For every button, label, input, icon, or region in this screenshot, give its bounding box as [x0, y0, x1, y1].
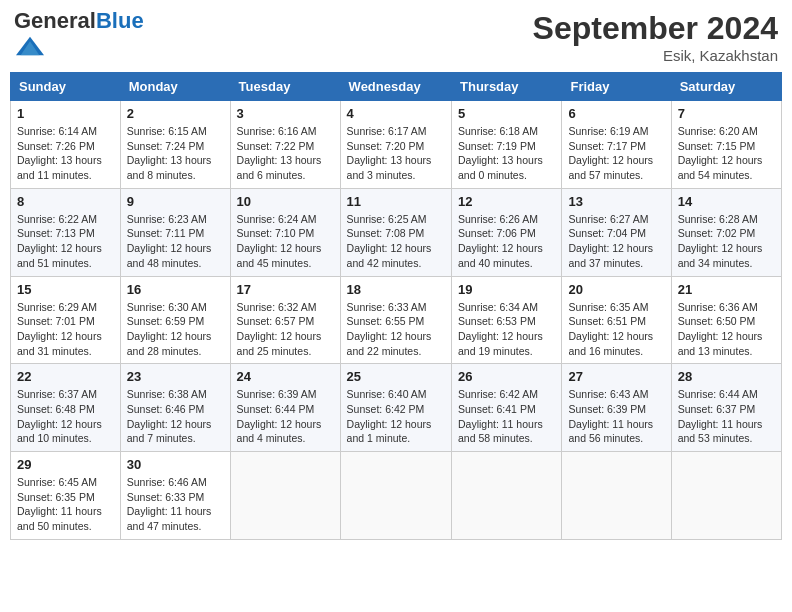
day-number: 2	[127, 106, 224, 121]
sunrise-label: Sunrise: 6:17 AM	[347, 125, 427, 137]
daylight-label: Daylight: 12 hours and 13 minutes.	[678, 330, 763, 357]
day-info: Sunrise: 6:35 AM Sunset: 6:51 PM Dayligh…	[568, 300, 664, 359]
day-header-tuesday: Tuesday	[230, 73, 340, 101]
calendar-cell: 2 Sunrise: 6:15 AM Sunset: 7:24 PM Dayli…	[120, 101, 230, 189]
daylight-label: Daylight: 12 hours and 42 minutes.	[347, 242, 432, 269]
day-info: Sunrise: 6:23 AM Sunset: 7:11 PM Dayligh…	[127, 212, 224, 271]
day-info: Sunrise: 6:25 AM Sunset: 7:08 PM Dayligh…	[347, 212, 445, 271]
day-info: Sunrise: 6:33 AM Sunset: 6:55 PM Dayligh…	[347, 300, 445, 359]
day-number: 1	[17, 106, 114, 121]
calendar-cell: 11 Sunrise: 6:25 AM Sunset: 7:08 PM Dayl…	[340, 188, 451, 276]
daylight-label: Daylight: 12 hours and 16 minutes.	[568, 330, 653, 357]
day-info: Sunrise: 6:43 AM Sunset: 6:39 PM Dayligh…	[568, 387, 664, 446]
daylight-label: Daylight: 12 hours and 57 minutes.	[568, 154, 653, 181]
calendar-cell: 3 Sunrise: 6:16 AM Sunset: 7:22 PM Dayli…	[230, 101, 340, 189]
daylight-label: Daylight: 12 hours and 28 minutes.	[127, 330, 212, 357]
day-header-friday: Friday	[562, 73, 671, 101]
calendar-cell: 18 Sunrise: 6:33 AM Sunset: 6:55 PM Dayl…	[340, 276, 451, 364]
day-info: Sunrise: 6:39 AM Sunset: 6:44 PM Dayligh…	[237, 387, 334, 446]
day-info: Sunrise: 6:19 AM Sunset: 7:17 PM Dayligh…	[568, 124, 664, 183]
page-header: GeneralBlue September 2024 Esik, Kazakhs…	[10, 10, 782, 64]
calendar-cell: 12 Sunrise: 6:26 AM Sunset: 7:06 PM Dayl…	[452, 188, 562, 276]
sunrise-label: Sunrise: 6:35 AM	[568, 301, 648, 313]
sunrise-label: Sunrise: 6:25 AM	[347, 213, 427, 225]
sunrise-label: Sunrise: 6:14 AM	[17, 125, 97, 137]
day-header-thursday: Thursday	[452, 73, 562, 101]
calendar-cell: 14 Sunrise: 6:28 AM Sunset: 7:02 PM Dayl…	[671, 188, 781, 276]
day-info: Sunrise: 6:37 AM Sunset: 6:48 PM Dayligh…	[17, 387, 114, 446]
calendar-week-5: 29 Sunrise: 6:45 AM Sunset: 6:35 PM Dayl…	[11, 452, 782, 540]
sunrise-label: Sunrise: 6:26 AM	[458, 213, 538, 225]
sunset-label: Sunset: 6:50 PM	[678, 315, 756, 327]
day-info: Sunrise: 6:16 AM Sunset: 7:22 PM Dayligh…	[237, 124, 334, 183]
sunrise-label: Sunrise: 6:27 AM	[568, 213, 648, 225]
daylight-label: Daylight: 12 hours and 10 minutes.	[17, 418, 102, 445]
sunset-label: Sunset: 6:59 PM	[127, 315, 205, 327]
sunrise-label: Sunrise: 6:34 AM	[458, 301, 538, 313]
daylight-label: Daylight: 11 hours and 56 minutes.	[568, 418, 653, 445]
sunrise-label: Sunrise: 6:22 AM	[17, 213, 97, 225]
daylight-label: Daylight: 11 hours and 50 minutes.	[17, 505, 102, 532]
sunrise-label: Sunrise: 6:20 AM	[678, 125, 758, 137]
day-info: Sunrise: 6:34 AM Sunset: 6:53 PM Dayligh…	[458, 300, 555, 359]
day-info: Sunrise: 6:29 AM Sunset: 7:01 PM Dayligh…	[17, 300, 114, 359]
sunset-label: Sunset: 6:41 PM	[458, 403, 536, 415]
daylight-label: Daylight: 12 hours and 40 minutes.	[458, 242, 543, 269]
sunrise-label: Sunrise: 6:16 AM	[237, 125, 317, 137]
logo-icon	[16, 32, 44, 60]
calendar-cell: 21 Sunrise: 6:36 AM Sunset: 6:50 PM Dayl…	[671, 276, 781, 364]
sunrise-label: Sunrise: 6:30 AM	[127, 301, 207, 313]
day-info: Sunrise: 6:30 AM Sunset: 6:59 PM Dayligh…	[127, 300, 224, 359]
calendar-week-1: 1 Sunrise: 6:14 AM Sunset: 7:26 PM Dayli…	[11, 101, 782, 189]
day-info: Sunrise: 6:45 AM Sunset: 6:35 PM Dayligh…	[17, 475, 114, 534]
daylight-label: Daylight: 13 hours and 11 minutes.	[17, 154, 102, 181]
day-info: Sunrise: 6:24 AM Sunset: 7:10 PM Dayligh…	[237, 212, 334, 271]
calendar-cell: 5 Sunrise: 6:18 AM Sunset: 7:19 PM Dayli…	[452, 101, 562, 189]
sunrise-label: Sunrise: 6:44 AM	[678, 388, 758, 400]
day-number: 17	[237, 282, 334, 297]
day-number: 12	[458, 194, 555, 209]
sunset-label: Sunset: 7:06 PM	[458, 227, 536, 239]
day-info: Sunrise: 6:36 AM Sunset: 6:50 PM Dayligh…	[678, 300, 775, 359]
sunset-label: Sunset: 7:19 PM	[458, 140, 536, 152]
daylight-label: Daylight: 12 hours and 51 minutes.	[17, 242, 102, 269]
day-info: Sunrise: 6:18 AM Sunset: 7:19 PM Dayligh…	[458, 124, 555, 183]
sunset-label: Sunset: 7:02 PM	[678, 227, 756, 239]
daylight-label: Daylight: 13 hours and 8 minutes.	[127, 154, 212, 181]
calendar-cell: 17 Sunrise: 6:32 AM Sunset: 6:57 PM Dayl…	[230, 276, 340, 364]
calendar-cell	[452, 452, 562, 540]
calendar-cell: 22 Sunrise: 6:37 AM Sunset: 6:48 PM Dayl…	[11, 364, 121, 452]
day-number: 7	[678, 106, 775, 121]
day-number: 29	[17, 457, 114, 472]
sunset-label: Sunset: 7:11 PM	[127, 227, 205, 239]
daylight-label: Daylight: 12 hours and 25 minutes.	[237, 330, 322, 357]
calendar-header-row: SundayMondayTuesdayWednesdayThursdayFrid…	[11, 73, 782, 101]
day-info: Sunrise: 6:28 AM Sunset: 7:02 PM Dayligh…	[678, 212, 775, 271]
sunrise-label: Sunrise: 6:24 AM	[237, 213, 317, 225]
day-number: 14	[678, 194, 775, 209]
daylight-label: Daylight: 12 hours and 4 minutes.	[237, 418, 322, 445]
calendar-table: SundayMondayTuesdayWednesdayThursdayFrid…	[10, 72, 782, 540]
calendar-cell: 4 Sunrise: 6:17 AM Sunset: 7:20 PM Dayli…	[340, 101, 451, 189]
day-info: Sunrise: 6:20 AM Sunset: 7:15 PM Dayligh…	[678, 124, 775, 183]
calendar-cell: 9 Sunrise: 6:23 AM Sunset: 7:11 PM Dayli…	[120, 188, 230, 276]
sunrise-label: Sunrise: 6:19 AM	[568, 125, 648, 137]
sunrise-label: Sunrise: 6:36 AM	[678, 301, 758, 313]
daylight-label: Daylight: 12 hours and 48 minutes.	[127, 242, 212, 269]
day-number: 10	[237, 194, 334, 209]
sunset-label: Sunset: 7:01 PM	[17, 315, 95, 327]
sunset-label: Sunset: 6:44 PM	[237, 403, 315, 415]
sunrise-label: Sunrise: 6:42 AM	[458, 388, 538, 400]
sunrise-label: Sunrise: 6:37 AM	[17, 388, 97, 400]
sunset-label: Sunset: 6:35 PM	[17, 491, 95, 503]
day-info: Sunrise: 6:42 AM Sunset: 6:41 PM Dayligh…	[458, 387, 555, 446]
daylight-label: Daylight: 13 hours and 6 minutes.	[237, 154, 322, 181]
calendar-cell: 16 Sunrise: 6:30 AM Sunset: 6:59 PM Dayl…	[120, 276, 230, 364]
day-number: 27	[568, 369, 664, 384]
sunrise-label: Sunrise: 6:43 AM	[568, 388, 648, 400]
daylight-label: Daylight: 12 hours and 54 minutes.	[678, 154, 763, 181]
sunset-label: Sunset: 6:51 PM	[568, 315, 646, 327]
sunrise-label: Sunrise: 6:15 AM	[127, 125, 207, 137]
day-info: Sunrise: 6:38 AM Sunset: 6:46 PM Dayligh…	[127, 387, 224, 446]
day-info: Sunrise: 6:40 AM Sunset: 6:42 PM Dayligh…	[347, 387, 445, 446]
